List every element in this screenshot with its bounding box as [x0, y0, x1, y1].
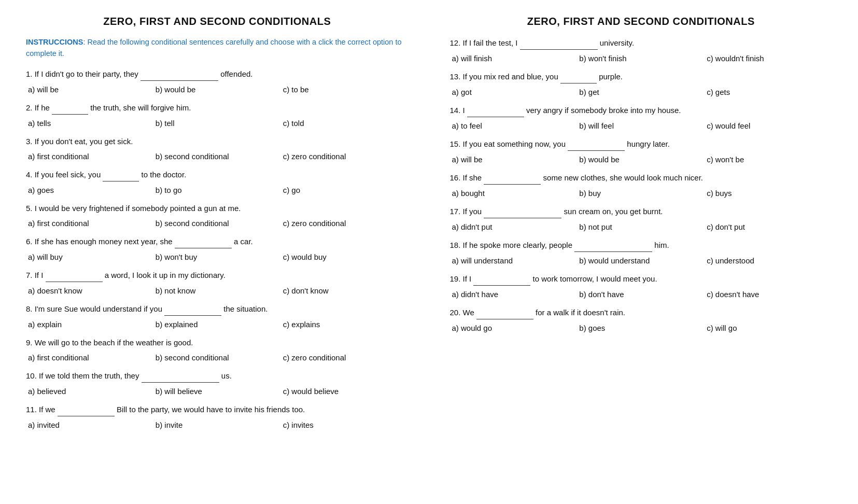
question-text: 10. If we told them the truth, they us.: [26, 370, 409, 383]
question-number: 17. If you: [450, 207, 484, 216]
answer-blank: [140, 68, 218, 81]
option-a[interactable]: a) to feel: [450, 119, 578, 133]
option-a[interactable]: a) got: [450, 86, 578, 99]
option-c[interactable]: c) understood: [705, 254, 832, 268]
question-number: 4. If you feel sick, you: [26, 170, 103, 179]
option-c[interactable]: c) gets: [705, 86, 832, 99]
question-block: 18. If he spoke more clearly, people him…: [450, 239, 833, 268]
option-b[interactable]: b) would be: [577, 153, 705, 166]
options-row: a) first conditionalb) second conditiona…: [26, 150, 409, 163]
question-block: 2. If he the truth, she will forgive him…: [26, 102, 409, 130]
options-row: a) didn't putb) not putc) don't put: [450, 220, 833, 234]
option-b[interactable]: b) goes: [577, 321, 705, 335]
options-row: a) invitedb) invitec) invites: [26, 418, 409, 432]
option-c[interactable]: c) doesn't have: [705, 288, 832, 301]
question-after: sun cream on, you get burnt.: [561, 207, 663, 216]
question-text: 12. If I fail the test, I university.: [450, 37, 833, 50]
option-a[interactable]: a) didn't put: [450, 220, 578, 234]
option-a[interactable]: a) will finish: [450, 52, 578, 65]
question-after: the situation.: [221, 304, 268, 313]
option-b[interactable]: b) invite: [153, 418, 281, 432]
options-row: a) first conditionalb) second conditiona…: [26, 351, 409, 365]
option-b[interactable]: b) will believe: [153, 385, 281, 398]
option-c[interactable]: c) will go: [705, 321, 832, 335]
options-row: a) first conditionalb) second conditiona…: [26, 217, 409, 230]
option-a[interactable]: a) will be: [26, 83, 153, 96]
option-c[interactable]: c) won't be: [705, 153, 832, 166]
option-b[interactable]: b) to go: [153, 184, 281, 197]
option-c[interactable]: c) invites: [281, 418, 409, 432]
option-a[interactable]: a) first conditional: [26, 150, 153, 163]
answer-blank: [476, 306, 533, 319]
option-c[interactable]: c) go: [281, 184, 409, 197]
options-row: a) will buyb) won't buyc) would buy: [26, 250, 409, 264]
option-b[interactable]: b) not put: [577, 220, 705, 234]
option-a[interactable]: a) would go: [450, 321, 578, 335]
option-a[interactable]: a) first conditional: [26, 217, 153, 230]
option-a[interactable]: a) first conditional: [26, 351, 153, 365]
option-a[interactable]: a) will understand: [450, 254, 578, 268]
question-after: to work tomorrow, I would meet you.: [530, 274, 657, 283]
option-c[interactable]: c) buys: [705, 187, 832, 200]
question-block: 7. If I a word, I look it up in my dicti…: [26, 269, 409, 298]
option-c[interactable]: c) to be: [281, 83, 409, 96]
option-a[interactable]: a) believed: [26, 385, 153, 398]
option-c[interactable]: c) would feel: [705, 119, 832, 133]
option-b[interactable]: b) don't have: [577, 288, 705, 301]
question-block: 10. If we told them the truth, they us.a…: [26, 370, 409, 398]
answer-blank: [484, 172, 541, 185]
question-after: for a walk if it doesn't rain.: [533, 308, 625, 317]
question-number: 6. If she has enough money next year, sh…: [26, 237, 175, 246]
option-c[interactable]: c) don't put: [705, 220, 832, 234]
option-b[interactable]: b) won't finish: [577, 52, 705, 65]
option-b[interactable]: b) explained: [153, 318, 281, 331]
option-c[interactable]: c) would buy: [281, 250, 409, 264]
option-b[interactable]: b) will feel: [577, 119, 705, 133]
option-a[interactable]: a) tells: [26, 117, 153, 130]
option-b[interactable]: b) second conditional: [153, 217, 281, 230]
option-b[interactable]: b) would understand: [577, 254, 705, 268]
option-c[interactable]: c) zero conditional: [281, 217, 409, 230]
question-text: 19. If I to work tomorrow, I would meet …: [450, 273, 833, 286]
option-b[interactable]: b) second conditional: [153, 351, 281, 365]
question-text: 13. If you mix red and blue, you purple.: [450, 71, 833, 83]
option-b[interactable]: b) second conditional: [153, 150, 281, 163]
option-b[interactable]: b) would be: [153, 83, 281, 96]
question-block: 20. We for a walk if it doesn't rain.a) …: [450, 306, 833, 335]
left-questions-container: 1. If I didn't go to their party, they o…: [26, 68, 409, 432]
answer-blank: [58, 403, 115, 416]
question-after: a word, I look it up in my dictionary.: [103, 271, 226, 279]
option-c[interactable]: c) wouldn't finish: [705, 52, 832, 65]
question-text: 15. If you eat something now, you hungry…: [450, 138, 833, 151]
right-title: ZERO, FIRST AND SECOND CONDITIONALS: [450, 16, 833, 27]
option-a[interactable]: a) doesn't know: [26, 284, 153, 298]
option-c[interactable]: c) zero conditional: [281, 351, 409, 365]
answer-blank: [175, 235, 232, 248]
option-a[interactable]: a) didn't have: [450, 288, 578, 301]
question-number: 8. I'm sure Sue would understand if you: [26, 304, 164, 313]
option-b[interactable]: b) buy: [577, 187, 705, 200]
option-a[interactable]: a) will be: [450, 153, 578, 166]
answer-blank: [560, 71, 597, 83]
question-block: 13. If you mix red and blue, you purple.…: [450, 71, 833, 99]
option-c[interactable]: c) don't know: [281, 284, 409, 298]
option-b[interactable]: b) tell: [153, 117, 281, 130]
answer-blank: [574, 239, 652, 252]
option-c[interactable]: c) told: [281, 117, 409, 130]
question-number: 16. If she: [450, 173, 484, 182]
option-a[interactable]: a) invited: [26, 418, 153, 432]
option-c[interactable]: c) explains: [281, 318, 409, 331]
options-row: a) believedb) will believec) would belie…: [26, 385, 409, 398]
option-c[interactable]: c) zero conditional: [281, 150, 409, 163]
question-text: 20. We for a walk if it doesn't rain.: [450, 306, 833, 319]
option-a[interactable]: a) goes: [26, 184, 153, 197]
option-a[interactable]: a) bought: [450, 187, 578, 200]
option-c[interactable]: c) would believe: [281, 385, 409, 398]
question-text: 18. If he spoke more clearly, people him…: [450, 239, 833, 252]
option-b[interactable]: b) won't buy: [153, 250, 281, 264]
option-b[interactable]: b) get: [577, 86, 705, 99]
option-b[interactable]: b) not know: [153, 284, 281, 298]
option-a[interactable]: a) will buy: [26, 250, 153, 264]
answer-blank: [473, 273, 530, 286]
option-a[interactable]: a) explain: [26, 318, 153, 331]
